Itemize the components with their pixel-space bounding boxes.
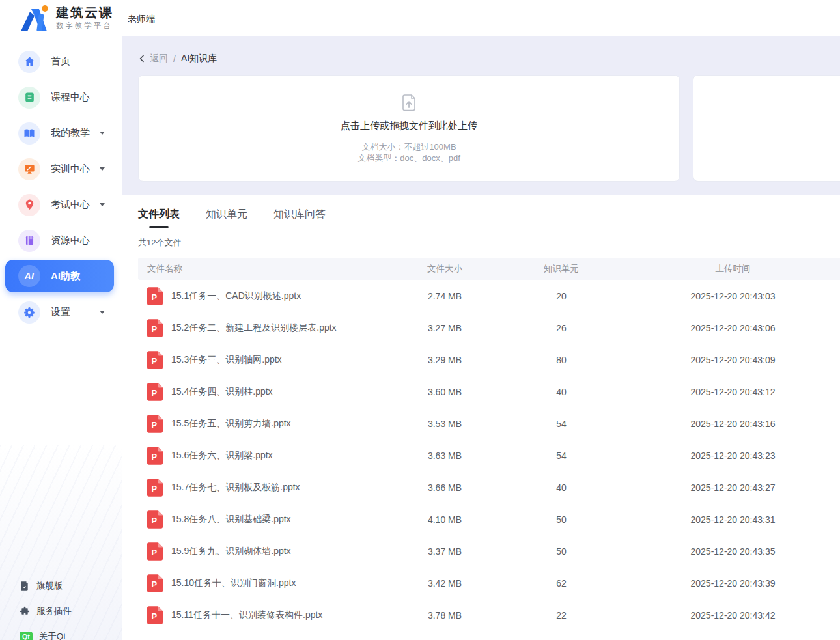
resource-book-icon xyxy=(18,230,40,252)
file-name: 15.6任务六、识别梁.pptx xyxy=(171,450,273,462)
file-table: 文件名称 文件大小 知识单元 上传时间 P 15.1任务一、CAD识别概述.pp… xyxy=(138,258,840,631)
table-row[interactable]: P 15.4任务四、识别柱.pptx 3.60 MB 40 2025-12-20… xyxy=(138,376,840,408)
svg-text:P: P xyxy=(151,388,157,398)
qt-badge-icon: Qt xyxy=(20,632,33,640)
tab-bar: 文件列表 知识单元 知识库问答 xyxy=(138,208,840,228)
footer-item-plugin[interactable]: 服务插件 xyxy=(20,598,122,624)
column-header-name: 文件名称 xyxy=(138,263,393,275)
ai-brand-logo-icon xyxy=(17,4,51,33)
open-book-icon xyxy=(18,122,40,145)
file-size: 3.27 MB xyxy=(393,323,497,333)
upload-time: 2025-12-20 20:43:35 xyxy=(626,546,840,557)
sidebar-item-my-teaching[interactable]: 我的教学 xyxy=(0,115,122,151)
sidebar-item-training-center[interactable]: 实训中心 xyxy=(0,151,122,187)
home-icon xyxy=(18,51,40,73)
sidebar-item-resource-center[interactable]: 资源中心 xyxy=(0,223,122,258)
column-header-time: 上传时间 xyxy=(626,263,840,275)
breadcrumb-current: AI知识库 xyxy=(181,53,217,64)
knowledge-unit-count: 50 xyxy=(497,546,626,557)
table-row[interactable]: P 15.8任务八、识别基础梁.pptx 4.10 MB 50 2025-12-… xyxy=(138,503,840,535)
footer-item-about-qt[interactable]: Qt 关于Qt xyxy=(20,624,122,640)
sidebar-item-course-center[interactable]: 课程中心 xyxy=(0,79,122,115)
table-row[interactable]: P 15.5任务五、识别剪力墙.pptx 3.53 MB 54 2025-12-… xyxy=(138,408,840,439)
upload-dropzone[interactable]: 点击上传或拖拽文件到此处上传 文档大小：不超过100MB 文档类型：doc、do… xyxy=(138,75,680,182)
exam-pin-icon xyxy=(18,194,40,216)
sidebar-item-label: 资源中心 xyxy=(51,234,90,247)
chevron-left-icon[interactable] xyxy=(138,55,146,63)
knowledge-unit-count: 40 xyxy=(497,482,626,493)
table-row[interactable]: P 15.10任务十、识别门窗洞.pptx 3.42 MB 62 2025-12… xyxy=(138,567,840,599)
chevron-down-icon xyxy=(100,167,105,171)
breadcrumb-back-link[interactable]: 返回 xyxy=(150,53,168,64)
ai-badge-icon: AI xyxy=(18,265,40,287)
upload-instruction: 点击上传或拖拽文件到此处上传 xyxy=(341,120,477,132)
top-bar: 建筑云课 数字教学平台 老师端 xyxy=(0,0,840,36)
file-count: 共12个文件 xyxy=(138,237,840,249)
sidebar-footer: 旗舰版 服务插件 Qt 关于Qt xyxy=(0,573,122,640)
file-size: 2.74 MB xyxy=(393,291,497,301)
brand-name: 建筑云课 xyxy=(56,5,113,20)
sidebar-item-ai-assistant[interactable]: AI AI助教 xyxy=(5,260,114,292)
file-panel: 文件列表 知识单元 知识库问答 共12个文件 文件名称 文件大小 知识单元 上传… xyxy=(122,195,840,640)
svg-text:P: P xyxy=(151,548,157,557)
breadcrumb-separator: / xyxy=(173,53,176,64)
course-book-icon xyxy=(18,87,40,109)
file-name: 15.8任务八、识别基础梁.pptx xyxy=(171,514,291,525)
cards-row: 点击上传或拖拽文件到此处上传 文档大小：不超过100MB 文档类型：doc、do… xyxy=(138,75,840,182)
brand-subtitle: 数字教学平台 xyxy=(56,21,113,31)
upload-time: 2025-12-20 20:43:39 xyxy=(626,578,840,589)
file-table-header: 文件名称 文件大小 知识单元 上传时间 xyxy=(138,258,840,280)
file-name: 15.3任务三、识别轴网.pptx xyxy=(171,354,282,366)
file-name: 15.10任务十、识别门窗洞.pptx xyxy=(171,577,296,589)
footer-item-label: 服务插件 xyxy=(36,605,72,617)
upload-size-hint: 文档大小：不超过100MB xyxy=(361,141,456,152)
brand-logo: 建筑云课 数字教学平台 xyxy=(0,4,113,33)
table-row[interactable]: P 15.3任务三、识别轴网.pptx 3.29 MB 80 2025-12-2… xyxy=(138,344,840,376)
chevron-down-icon xyxy=(100,132,105,135)
column-header-size: 文件大小 xyxy=(393,263,497,275)
knowledge-unit-count: 62 xyxy=(497,578,626,589)
table-row[interactable]: P 15.1任务一、CAD识别概述.pptx 2.74 MB 20 2025-1… xyxy=(138,280,840,312)
pptx-file-icon: P xyxy=(147,606,163,624)
tab-knowledge-units[interactable]: 知识单元 xyxy=(206,208,247,228)
sidebar-item-label: AI助教 xyxy=(51,270,80,283)
file-size: 3.60 MB xyxy=(393,387,497,397)
secondary-card xyxy=(693,75,840,182)
tab-file-list[interactable]: 文件列表 xyxy=(138,208,180,228)
pptx-file-icon: P xyxy=(147,574,163,592)
sidebar-item-settings[interactable]: 设置 xyxy=(0,294,122,330)
sidebar-item-label: 课程中心 xyxy=(51,91,90,104)
tab-knowledge-qa[interactable]: 知识库问答 xyxy=(273,208,326,228)
pptx-file-icon: P xyxy=(147,510,163,529)
sidebar: 首页 课程中心 我 xyxy=(0,36,122,640)
training-monitor-icon xyxy=(18,158,40,180)
file-name: 15.9任务九、识别砌体墙.pptx xyxy=(171,546,291,557)
plugin-puzzle-icon xyxy=(20,606,30,617)
table-row[interactable]: P 15.9任务九、识别砌体墙.pptx 3.37 MB 50 2025-12-… xyxy=(138,535,840,567)
table-row[interactable]: P 15.6任务六、识别梁.pptx 3.63 MB 54 2025-12-20… xyxy=(138,439,840,471)
file-name: 15.4任务四、识别柱.pptx xyxy=(171,386,273,398)
file-name: 15.11任务十一、识别装修表构件.pptx xyxy=(171,609,322,621)
pptx-file-icon: P xyxy=(147,415,163,433)
upload-time: 2025-12-20 20:43:06 xyxy=(626,323,840,333)
sidebar-item-label: 设置 xyxy=(51,306,70,318)
main-content: 返回 / AI知识库 点击上传或拖拽文件到此处上传 文档大小：不超过100MB … xyxy=(122,36,840,640)
file-name: 15.1任务一、CAD识别概述.pptx xyxy=(171,290,301,302)
pptx-file-icon: P xyxy=(147,351,163,369)
file-size: 3.37 MB xyxy=(393,546,497,557)
pptx-file-icon: P xyxy=(147,383,163,401)
file-table-body: P 15.1任务一、CAD识别概述.pptx 2.74 MB 20 2025-1… xyxy=(138,280,840,631)
table-row[interactable]: P 15.2任务二、新建工程及识别楼层表.pptx 3.27 MB 26 202… xyxy=(138,312,840,344)
pptx-file-icon: P xyxy=(147,287,163,305)
svg-text:P: P xyxy=(151,579,157,589)
sidebar-item-exam-center[interactable]: 考试中心 xyxy=(0,187,122,223)
file-size: 3.63 MB xyxy=(393,451,497,461)
table-row[interactable]: P 15.11任务十一、识别装修表构件.pptx 3.78 MB 22 2025… xyxy=(138,599,840,631)
pptx-file-icon: P xyxy=(147,542,163,561)
table-row[interactable]: P 15.7任务七、识别板及板筋.pptx 3.66 MB 40 2025-12… xyxy=(138,471,840,503)
sidebar-item-home[interactable]: 首页 xyxy=(0,44,122,79)
flagship-doc-icon xyxy=(20,581,30,591)
footer-item-flagship[interactable]: 旗舰版 xyxy=(20,573,122,598)
file-name: 15.7任务七、识别板及板筋.pptx xyxy=(171,482,300,494)
knowledge-unit-count: 22 xyxy=(497,610,626,620)
